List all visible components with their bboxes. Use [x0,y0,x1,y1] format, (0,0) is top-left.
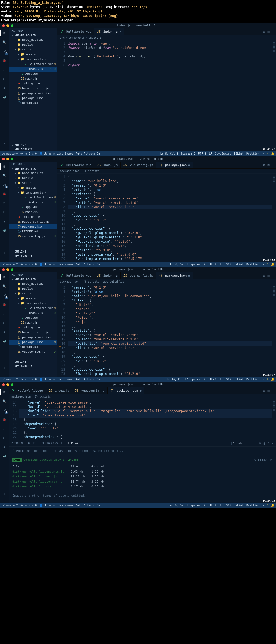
branch-indicator[interactable]: ⎇ master* [2,152,18,155]
sync-indicator[interactable]: ⟲ [20,504,23,507]
breadcrumb-item[interactable]: {} scripts [34,395,51,398]
npm-scripts-section[interactable]: ▸ NPM SCRIPTS [9,364,57,368]
terminal-select[interactable]: 1: zsh ▾ [231,442,253,445]
compare-icon[interactable]: ⧉ [263,389,265,392]
settings-icon[interactable]: ⚙ [2,366,7,371]
sync-indicator[interactable]: ⟲ [20,152,23,155]
tree-item[interactable]: JSmain.js [9,76,57,81]
editor-tab[interactable]: JSvue.config.js [121,162,156,168]
sidebar-section[interactable]: ▾ VUE-HELLO-LIB [9,167,57,171]
close-panel-icon[interactable]: × [272,442,273,445]
split-editor-icon[interactable]: ◫ [268,274,270,277]
auto-attach[interactable]: Auto Attach: On [76,263,100,266]
breadcrumb-item[interactable]: {} scripts [83,280,99,283]
tree-item[interactable]: ▸📁public [9,286,57,291]
tree-item[interactable]: ▸📁node_modules [9,171,57,176]
activity-icon[interactable]: 🔍 [2,399,7,404]
indent[interactable]: Spaces: 2 [181,152,195,155]
tree-item[interactable]: {}package-lock.json [9,91,57,96]
activity-icon[interactable]: 🐞 [2,58,7,63]
editor-tab[interactable]: {}package.json● [156,272,193,279]
auto-attach[interactable]: Auto Attach: On [76,504,100,507]
editor-tab[interactable]: VHelloWorld.vue [9,387,46,394]
activity-icon[interactable]: ◆ [2,330,7,335]
sync-indicator[interactable]: ⟲ [20,263,23,266]
breadcrumb-item[interactable]: index.js [88,36,101,39]
notifications-icon[interactable]: 🔔 [271,504,274,507]
auto-attach[interactable]: Auto Attach: On [76,152,100,155]
tree-item[interactable]: ⓘREADME.md [9,101,57,106]
activity-icon[interactable]: ◆ [2,445,7,450]
eslint[interactable]: ESLint [234,263,244,266]
panel-tab[interactable]: DEBUG CONSOLE [42,442,63,445]
compare-icon[interactable]: ⧉ [263,30,265,33]
editor-tab[interactable]: JSvue.config.js [72,387,108,394]
more-icon[interactable]: ⋯ [272,30,274,33]
breadcrumbs[interactable]: package.json›{} scripts [9,394,276,399]
settings-icon[interactable]: ⚙ [2,492,7,497]
activity-icon[interactable]: ◆ [2,86,7,91]
problems-indicator[interactable]: ⊘ 0 ⚠ 0 [25,378,37,381]
language[interactable]: JavaScript [215,152,231,155]
maximize-panel-icon[interactable]: ^ [268,442,270,445]
split-editor-icon[interactable]: ◫ [268,389,270,392]
close-icon[interactable]: ● [188,163,190,167]
tree-item[interactable]: ▸📁public [9,176,57,181]
sync-indicator[interactable]: ⟲ [20,378,23,381]
editor-tab[interactable]: JSindex.js [46,387,72,394]
close-icon[interactable]: ● [188,274,190,277]
activity-icon[interactable]: ⎇3 [2,182,7,188]
breadcrumb-item[interactable]: package.json [11,395,31,398]
language[interactable]: JSON [225,504,231,507]
prettier[interactable]: Prettier: ✓ [246,378,264,381]
tree-item[interactable]: VHelloWorld.vueM [9,62,57,67]
tree-item[interactable]: {}package.json [9,224,57,229]
activity-icon[interactable]: 🐞 [2,417,7,422]
encoding[interactable]: UTF-8 [208,263,216,266]
tree-item[interactable]: {}package.json [9,96,57,101]
breadcrumbs[interactable]: package.json›{} scripts›abc build-lib [57,279,276,284]
encoding[interactable]: UTF-8 [198,152,206,155]
encoding[interactable]: UTF-8 [208,378,216,381]
kill-terminal-icon[interactable]: 🗑 [263,442,266,445]
editor-tab[interactable]: JSvue.config.js [121,272,156,279]
tree-item[interactable]: VHelloWorld.vueM [9,306,57,311]
tree-item[interactable]: ▸📁public [9,42,57,47]
panel-tab[interactable]: PROBLEMS [11,442,24,445]
user-indicator[interactable]: 👤 John [39,504,51,507]
feedback-icon[interactable]: ☺ [267,504,268,507]
npm-scripts-section[interactable]: ▸ NPM SCRIPTS [9,147,57,151]
terminal[interactable]: ⠏ Building for production as library (co… [9,447,276,503]
activity-icon[interactable]: ⬚ [2,67,7,73]
user-indicator[interactable]: 👤 John [39,152,51,155]
indent[interactable]: Spaces: 2 [191,263,205,266]
more-icon[interactable]: ⋯ [272,274,274,277]
liveshare-indicator[interactable]: ⇱ Live Share [53,152,73,155]
activity-icon[interactable]: 🐞 [2,191,7,197]
liveshare-indicator[interactable]: ⇱ Live Share [53,504,73,507]
activity-icon[interactable]: ▤ [2,274,7,280]
language[interactable]: JSON [225,378,231,381]
activity-icon[interactable]: 🐳 [2,95,7,100]
breadcrumb-item[interactable]: package.json [60,280,79,283]
feedback-icon[interactable]: ☺ [267,263,268,266]
editor-tab[interactable]: {}package.json● [108,387,144,394]
notifications-icon[interactable]: 🔔 [271,263,274,266]
tree-item[interactable]: {}package-lock.json [9,335,57,340]
tree-item[interactable]: ▾📁components • [9,57,57,62]
compare-icon[interactable]: ⧉ [263,274,265,277]
tree-item[interactable]: JSmain.js [9,210,57,215]
activity-icon[interactable]: ⬡ [2,210,7,215]
code-editor[interactable]: 34567891011121314151617181920212223 "ver… [57,284,276,377]
liveshare-indicator[interactable]: ⇱ Live Share [53,378,73,381]
cursor-position[interactable]: Ln 16, Col 22 [167,378,188,381]
more-icon[interactable]: ⋯ [272,389,274,392]
tree-item[interactable]: JSmain.js [9,320,57,325]
activity-icon[interactable]: 🐳 [2,454,7,459]
minimap[interactable] [272,399,276,440]
user-indicator[interactable]: 👤 John [39,263,51,266]
npm-scripts-section[interactable]: ▸ NPM SCRIPTS [9,254,57,258]
tree-item[interactable]: {}package.jsonM [9,340,57,345]
branch-indicator[interactable]: ⎇ master* [2,378,18,381]
tree-item[interactable]: ▾📁components • [9,301,57,306]
